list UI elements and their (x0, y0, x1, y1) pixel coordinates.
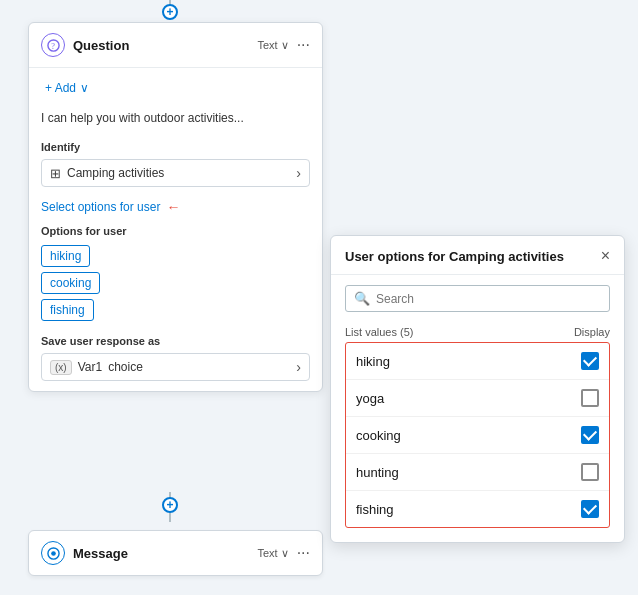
identify-value: Camping activities (67, 166, 296, 180)
card-body: + Add ∨ I can help you with outdoor acti… (29, 68, 322, 391)
item-name-hiking: hiking (356, 354, 581, 369)
card-header: ? Question Text ∨ ··· (29, 23, 322, 68)
add-chevron-icon: ∨ (80, 81, 89, 95)
message-card-icon (41, 541, 65, 565)
add-label: + Add (45, 81, 76, 95)
svg-text:?: ? (51, 42, 55, 51)
message-card-header: Message Text ∨ ··· (29, 531, 322, 575)
checkbox-hunting[interactable] (581, 463, 599, 481)
item-name-yoga: yoga (356, 391, 581, 406)
checkbox-fishing[interactable] (581, 500, 599, 518)
checkbox-checked-icon[interactable] (581, 500, 599, 518)
var-type: choice (108, 360, 296, 374)
option-tag-fishing[interactable]: fishing (41, 299, 94, 321)
list-item: fishing (346, 491, 609, 527)
search-input[interactable] (376, 292, 601, 306)
list-item: yoga (346, 380, 609, 417)
add-step-button-mid[interactable]: + (162, 497, 178, 513)
card-title: Question (73, 38, 257, 53)
panel-header: User options for Camping activities × (331, 236, 624, 275)
card-more-button[interactable]: ··· (297, 36, 310, 54)
card-type-text: Text (257, 39, 277, 51)
checkbox-cooking[interactable] (581, 426, 599, 444)
panel-list-header: List values (5) Display (331, 322, 624, 342)
select-options-label: Select options for user (41, 200, 160, 214)
var-name: Var1 (78, 360, 102, 374)
add-button[interactable]: + Add ∨ (41, 79, 93, 97)
add-step-button-top[interactable]: + (162, 4, 178, 20)
var-badge: (x) (50, 360, 72, 375)
card-type-badge[interactable]: Text ∨ (257, 39, 288, 52)
checkbox-unchecked-icon[interactable] (581, 389, 599, 407)
checkbox-checked-icon[interactable] (581, 426, 599, 444)
option-tag-cooking[interactable]: cooking (41, 272, 100, 294)
options-list: hiking yoga cooking hunting (345, 342, 610, 528)
message-more-button[interactable]: ··· (297, 544, 310, 562)
checkbox-checked-icon[interactable] (581, 352, 599, 370)
message-card-title: Message (73, 546, 257, 561)
options-for-user-label: Options for user (41, 225, 310, 237)
save-field-chevron-icon: › (296, 359, 301, 375)
message-preview-text: I can help you with outdoor activities..… (41, 107, 310, 129)
list-item: hunting (346, 454, 609, 491)
panel-search-box[interactable]: 🔍 (345, 285, 610, 312)
option-tag-fishing-label: fishing (50, 303, 85, 317)
option-tag-cooking-label: cooking (50, 276, 91, 290)
item-name-fishing: fishing (356, 502, 581, 517)
list-item: hiking (346, 343, 609, 380)
panel-title: User options for Camping activities (345, 249, 601, 264)
list-item: cooking (346, 417, 609, 454)
option-tags-list: hiking cooking fishing (41, 245, 310, 321)
display-column-label: Display (574, 326, 610, 338)
select-options-link[interactable]: Select options for user ← (41, 199, 310, 215)
chevron-down-icon: ∨ (281, 39, 289, 52)
item-name-cooking: cooking (356, 428, 581, 443)
checkbox-hiking[interactable] (581, 352, 599, 370)
message-card-type-badge[interactable]: Text ∨ (257, 547, 288, 560)
question-card-icon: ? (41, 33, 65, 57)
identify-label: Identify (41, 141, 310, 153)
identify-field[interactable]: ⊞ Camping activities › (41, 159, 310, 187)
arrow-right-icon: ← (166, 199, 180, 215)
svg-point-3 (51, 551, 56, 556)
item-name-hunting: hunting (356, 465, 581, 480)
panel-close-button[interactable]: × (601, 248, 610, 264)
question-card: ? Question Text ∨ ··· + Add ∨ I can help… (28, 22, 323, 392)
checkbox-yoga[interactable] (581, 389, 599, 407)
message-type-text: Text (257, 547, 277, 559)
option-tag-hiking[interactable]: hiking (41, 245, 90, 267)
message-chevron-icon: ∨ (281, 547, 289, 560)
identify-chevron-icon: › (296, 165, 301, 181)
message-card: Message Text ∨ ··· (28, 530, 323, 576)
search-icon: 🔍 (354, 291, 370, 306)
save-response-label: Save user response as (41, 335, 310, 347)
user-options-panel: User options for Camping activities × 🔍 … (330, 235, 625, 543)
save-response-field[interactable]: (x) Var1 choice › (41, 353, 310, 381)
grid-icon: ⊞ (50, 166, 61, 181)
checkbox-unchecked-icon[interactable] (581, 463, 599, 481)
option-tag-hiking-label: hiking (50, 249, 81, 263)
list-values-label: List values (5) (345, 326, 574, 338)
